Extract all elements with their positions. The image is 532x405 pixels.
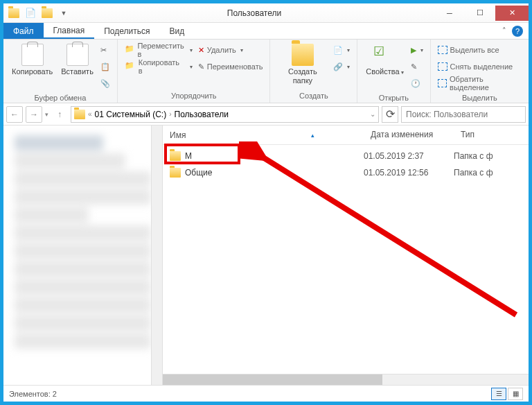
open-icon: ▶ bbox=[411, 46, 416, 55]
forward-button[interactable]: → bbox=[26, 106, 42, 123]
chevron-down-icon: ▾ bbox=[190, 47, 193, 53]
chevron-right-icon: « bbox=[88, 110, 92, 118]
chevron-up-icon[interactable]: ˄ bbox=[502, 26, 506, 35]
chevron-down-icon: ▾ bbox=[347, 47, 350, 53]
select-invert-icon bbox=[438, 79, 447, 87]
sidebar-scrollbar[interactable] bbox=[151, 126, 162, 385]
move-icon: 📁 bbox=[125, 44, 135, 55]
chevron-down-icon: ▾ bbox=[420, 47, 423, 53]
chevron-down-icon: ▾ bbox=[240, 47, 243, 53]
edit-icon: ✎ bbox=[411, 62, 417, 71]
sidebar-item[interactable] bbox=[15, 298, 151, 313]
invert-selection-button[interactable]: Обратить выделение bbox=[438, 76, 522, 91]
sort-asc-icon: ▴ bbox=[311, 132, 314, 139]
explorer-window: 📄 ▼ Пользователи ─ ☐ ✕ Файл Главная Поде… bbox=[3, 3, 529, 402]
help-icon[interactable]: ? bbox=[512, 26, 523, 37]
sidebar-item[interactable] bbox=[15, 243, 151, 259]
ribbon-tabs: Файл Главная Поделиться Вид ˄ ? bbox=[3, 23, 529, 40]
check-icon: ☑ bbox=[373, 44, 396, 66]
tab-file[interactable]: Файл bbox=[3, 23, 44, 39]
sidebar-item[interactable] bbox=[15, 153, 125, 169]
open-button[interactable]: ▶▾ bbox=[411, 42, 423, 58]
sidebar-item[interactable] bbox=[15, 316, 151, 331]
nav-sidebar bbox=[3, 126, 163, 385]
tab-home[interactable]: Главная bbox=[44, 23, 95, 39]
close-button[interactable]: ✕ bbox=[495, 6, 529, 21]
sidebar-item[interactable] bbox=[15, 261, 151, 277]
paste-button[interactable]: Вставить bbox=[57, 41, 98, 79]
select-none-icon bbox=[438, 62, 447, 71]
breadcrumb-drive[interactable]: 01 Системный (C:) bbox=[95, 110, 167, 119]
select-none-button[interactable]: Снять выделение bbox=[438, 59, 522, 74]
column-name[interactable]: Имя▴ bbox=[163, 126, 364, 144]
sidebar-item[interactable] bbox=[15, 207, 89, 223]
sidebar-item[interactable] bbox=[15, 189, 151, 205]
group-open: ☑ Свойства▾ ▶▾ ✎ 🕐 Открыть bbox=[357, 40, 430, 103]
properties-button[interactable]: ☑ Свойства▾ bbox=[362, 41, 407, 79]
copy-to-button[interactable]: 📁Копировать в▾ bbox=[125, 59, 193, 74]
folder-icon bbox=[74, 110, 85, 119]
addressbar[interactable]: « 01 Системный (C:) › Пользователи ⌄ bbox=[71, 106, 379, 123]
folder-icon[interactable] bbox=[6, 6, 21, 21]
group-select: Выделить все Снять выделение Обратить вы… bbox=[431, 40, 529, 103]
properties-icon[interactable] bbox=[39, 6, 55, 21]
file-view: Имя▴ Дата изменения Тип М 01.05.2019 2:3… bbox=[163, 126, 529, 385]
titlebar: 📄 ▼ Пользователи ─ ☐ ✕ bbox=[3, 3, 529, 23]
file-row[interactable]: М 01.05.2019 2:37 Папка с ф bbox=[163, 148, 529, 164]
new-item-icon: 📄 bbox=[333, 46, 343, 55]
details-view-button[interactable]: ☰ bbox=[491, 388, 506, 400]
quick-access-toolbar: 📄 ▼ bbox=[3, 6, 74, 21]
back-button[interactable]: ← bbox=[6, 106, 23, 123]
folder-icon bbox=[170, 168, 181, 178]
sidebar-item[interactable] bbox=[15, 334, 151, 349]
folder-icon bbox=[170, 151, 181, 161]
column-headers: Имя▴ Дата изменения Тип bbox=[163, 126, 529, 145]
chevron-down-icon[interactable]: ⌄ bbox=[370, 110, 375, 118]
refresh-button[interactable]: ⟳ bbox=[382, 106, 398, 123]
copy-path-button[interactable]: 📋 bbox=[100, 59, 110, 74]
item-count: Элементов: 2 bbox=[9, 390, 57, 398]
rename-button[interactable]: ✎Переименовать bbox=[198, 59, 263, 74]
new-item-button[interactable]: 📄▾ bbox=[333, 42, 350, 58]
file-row[interactable]: Общие 01.05.2019 12:56 Папка с ф bbox=[163, 164, 529, 181]
column-date[interactable]: Дата изменения bbox=[364, 126, 454, 144]
new-folder-button[interactable]: Создать папку bbox=[274, 41, 330, 88]
easy-access-button[interactable]: 🔗▾ bbox=[333, 59, 350, 74]
icons-view-button[interactable]: ▦ bbox=[508, 388, 523, 400]
maximize-button[interactable]: ☐ bbox=[465, 6, 495, 21]
paste-shortcut-button[interactable]: 📎 bbox=[100, 76, 110, 91]
up-button[interactable]: ↑ bbox=[51, 106, 68, 123]
column-type[interactable]: Тип bbox=[454, 126, 529, 144]
window-title: Пользователи bbox=[74, 8, 434, 18]
tab-view[interactable]: Вид bbox=[159, 23, 194, 39]
clipboard-icon bbox=[21, 44, 44, 66]
group-new: Создать папку 📄▾ 🔗▾ Создать bbox=[270, 40, 357, 103]
horizontal-scrollbar[interactable] bbox=[163, 374, 529, 385]
search-input[interactable] bbox=[401, 106, 526, 123]
edit-button[interactable]: ✎ bbox=[411, 59, 423, 74]
tab-share[interactable]: Поделиться bbox=[94, 23, 159, 39]
sidebar-item[interactable] bbox=[15, 171, 151, 187]
folder-icon bbox=[292, 44, 314, 66]
chevron-down-icon: ▾ bbox=[347, 64, 350, 70]
qat-dropdown-icon[interactable]: ▼ bbox=[56, 6, 71, 21]
new-doc-icon[interactable]: 📄 bbox=[23, 6, 38, 21]
sidebar-item[interactable] bbox=[15, 135, 103, 150]
minimize-button[interactable]: ─ bbox=[434, 6, 465, 21]
copy-button[interactable]: Копировать bbox=[8, 41, 57, 79]
delete-icon: ✕ bbox=[198, 46, 204, 55]
sidebar-item[interactable] bbox=[15, 225, 151, 241]
sidebar-item[interactable] bbox=[15, 279, 151, 295]
chevron-down-icon: ▾ bbox=[190, 64, 193, 70]
select-all-button[interactable]: Выделить все bbox=[438, 42, 522, 58]
history-icon: 🕐 bbox=[411, 79, 420, 88]
breadcrumb-folder[interactable]: Пользователи bbox=[175, 110, 229, 119]
history-button[interactable]: 🕐 bbox=[411, 76, 423, 91]
cut-button[interactable]: ✂ bbox=[100, 42, 110, 58]
rename-icon: ✎ bbox=[198, 62, 204, 71]
move-to-button[interactable]: 📁Переместить в▾ bbox=[125, 42, 193, 58]
scrollbar-thumb[interactable] bbox=[163, 374, 382, 385]
recent-dropdown-icon[interactable]: ▾ bbox=[45, 111, 48, 118]
delete-button[interactable]: ✕Удалить▾ bbox=[198, 42, 263, 58]
scissors-icon: ✂ bbox=[100, 46, 107, 55]
